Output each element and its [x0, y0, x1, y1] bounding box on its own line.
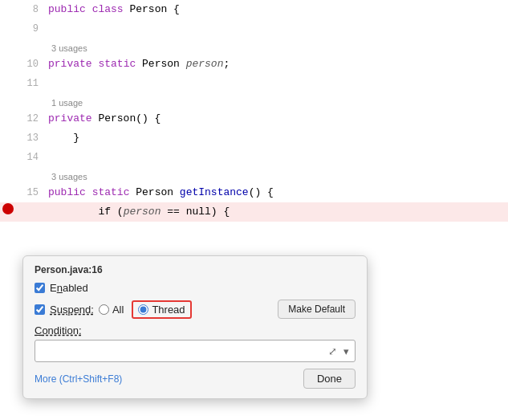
- condition-input[interactable]: [35, 340, 326, 361]
- meta-3usages-1: 3 usages: [0, 39, 508, 55]
- line-number-15: 15: [16, 183, 48, 202]
- line-content-12: private Person() {: [48, 109, 508, 128]
- popup-title: Person.java:16: [35, 264, 356, 275]
- code-line-16: if (person == null) {: [0, 202, 508, 222]
- enabled-label[interactable]: Enabled: [50, 282, 88, 294]
- more-link[interactable]: More (Ctrl+Shift+F8): [35, 373, 122, 385]
- breakpoint-dot: [2, 203, 14, 214]
- condition-input-row: ⤢ ▾: [35, 340, 356, 362]
- dropdown-icon[interactable]: ▾: [341, 345, 352, 358]
- enabled-row: Enabled: [35, 282, 356, 294]
- popup-footer: More (Ctrl+Shift+F8) Done: [35, 369, 356, 389]
- code-line-15: 15 public static Person getInstance() {: [0, 183, 508, 202]
- make-default-button[interactable]: Make Default: [278, 300, 356, 319]
- breakpoint-popup: Person.java:16 Enabled Suspend: All Thre…: [22, 255, 368, 399]
- kw: public: [48, 3, 86, 15]
- suspend-checkbox[interactable]: [35, 304, 45, 315]
- code-line-14: 14: [0, 148, 508, 167]
- suspend-label[interactable]: Suspend:: [50, 304, 94, 316]
- line-number-11: 11: [16, 74, 48, 93]
- enabled-checkbox[interactable]: [35, 283, 45, 293]
- line-content-16: if (person == null) {: [48, 202, 508, 222]
- done-button[interactable]: Done: [303, 369, 356, 389]
- condition-icons: ⤢ ▾: [326, 345, 355, 358]
- condition-section: Condition: ⤢ ▾: [35, 324, 356, 362]
- radio-all-label[interactable]: All: [112, 304, 124, 316]
- line-content-10: private static Person person;: [48, 55, 508, 74]
- line-number-14: 14: [16, 148, 48, 167]
- kw: class: [92, 3, 124, 15]
- code-line-10: 10 private static Person person;: [0, 55, 508, 74]
- code-line-12: 12 private Person() {: [0, 109, 508, 128]
- line-number-10: 10: [16, 55, 48, 74]
- radio-all: All: [99, 304, 124, 316]
- line-content-8: public class Person {: [48, 0, 508, 19]
- code-editor: 8 public class Person { 9 3 usages 10 pr…: [0, 0, 508, 257]
- meta-1usage: 1 usage: [0, 93, 508, 109]
- code-line-8: 8 public class Person {: [0, 0, 508, 19]
- breakpoint-area-16: [0, 203, 16, 214]
- meta-3usages-2: 3 usages: [0, 167, 508, 183]
- radio-thread-input[interactable]: [138, 304, 148, 315]
- radio-group: All Thread: [99, 300, 192, 319]
- radio-thread-label[interactable]: Thread: [152, 304, 185, 316]
- code-line-11: 11: [0, 74, 508, 93]
- suspend-row: Suspend: All Thread Make Default: [35, 300, 356, 319]
- line-number-13: 13: [16, 128, 48, 148]
- expand-icon[interactable]: ⤢: [326, 345, 339, 358]
- line-number-9: 9: [16, 19, 48, 39]
- radio-all-input[interactable]: [99, 304, 109, 315]
- line-content-15: public static Person getInstance() {: [48, 183, 508, 202]
- code-line-9: 9: [0, 19, 508, 39]
- code-line-13: 13 }: [0, 128, 508, 148]
- line-number-8: 8: [16, 0, 48, 19]
- line-content-13: }: [48, 128, 508, 148]
- condition-label: Condition:: [35, 324, 356, 336]
- line-number-12: 12: [16, 109, 48, 128]
- radio-thread: Thread: [132, 300, 191, 319]
